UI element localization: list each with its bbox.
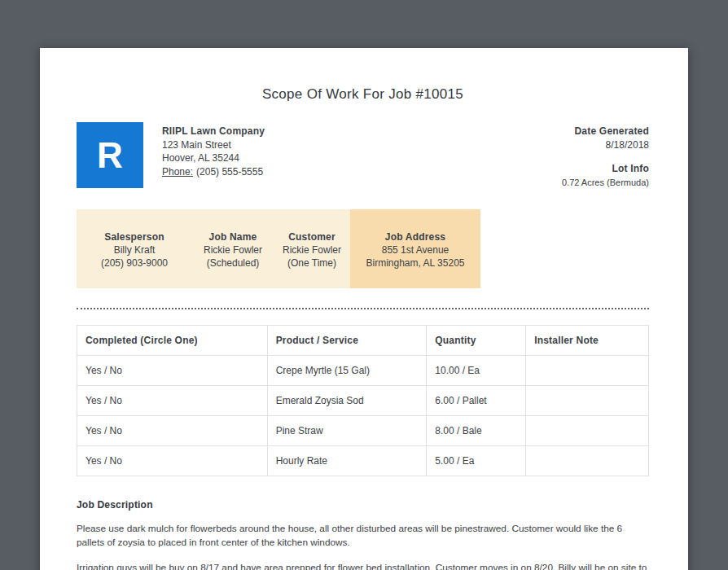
cell-product: Emerald Zoysia Sod xyxy=(267,386,427,416)
header-product-service: Product / Service xyxy=(267,326,427,356)
desktop-background: Scope Of Work For Job #10015 R RIIPL Law… xyxy=(0,0,728,570)
cell-quantity: 10.00 / Ea xyxy=(427,356,526,386)
header-quantity: Quantity xyxy=(427,326,526,356)
job-address-label: Job Address xyxy=(350,230,480,243)
cell-product: Hourly Rate xyxy=(267,446,427,476)
job-description-heading: Job Description xyxy=(77,499,649,511)
company-phone: Phone:(205) 555-5555 xyxy=(162,165,265,179)
table-row: Yes / No Hourly Rate 5.00 / Ea xyxy=(77,446,649,476)
salesperson-label: Salesperson xyxy=(77,230,192,243)
lot-info-label: Lot Info xyxy=(562,162,649,176)
salesperson-phone: (205) 903-9000 xyxy=(77,256,192,270)
lot-info-value: 0.72 Acres (Bermuda) xyxy=(562,176,649,190)
cell-installer-note xyxy=(526,446,649,476)
cell-completed: Yes / No xyxy=(77,446,268,476)
table-row: Yes / No Crepe Myrtle (15 Gal) 10.00 / E… xyxy=(77,356,649,386)
logo-letter: R xyxy=(97,138,123,173)
cell-product: Pine Straw xyxy=(267,416,427,446)
cell-installer-note xyxy=(526,416,649,446)
customer-name: Rickie Fowler xyxy=(274,243,350,256)
job-info-job-name: Job Name Rickie Fowler (Scheduled) xyxy=(192,209,274,288)
header-completed: Completed (Circle One) xyxy=(77,326,268,356)
company-name: RIIPL Lawn Company xyxy=(162,125,265,138)
document-page: Scope Of Work For Job #10015 R RIIPL Law… xyxy=(40,48,688,570)
job-info-customer: Customer Rickie Fowler (One Time) xyxy=(274,209,350,288)
work-items-table: Completed (Circle One) Product / Service… xyxy=(77,325,649,476)
cell-product: Crepe Myrtle (15 Gal) xyxy=(267,356,427,386)
dotted-divider xyxy=(77,308,649,309)
cell-installer-note xyxy=(526,386,649,416)
job-address-city: Birmingham, AL 35205 xyxy=(350,256,480,270)
cell-quantity: 8.00 / Bale xyxy=(427,416,526,446)
cell-completed: Yes / No xyxy=(77,416,268,446)
table-row: Yes / No Pine Straw 8.00 / Bale xyxy=(77,416,649,446)
page-title: Scope Of Work For Job #10015 xyxy=(77,86,649,103)
date-generated-label: Date Generated xyxy=(562,125,649,138)
job-info-band: Salesperson Billy Kraft (205) 903-9000 J… xyxy=(77,209,480,288)
table-header-row: Completed (Circle One) Product / Service… xyxy=(77,326,649,356)
job-info-salesperson: Salesperson Billy Kraft (205) 903-9000 xyxy=(77,209,192,288)
job-description-paragraph: Irrigation guys will be buy on 8/17 and … xyxy=(77,561,649,570)
cell-installer-note xyxy=(526,356,649,386)
cell-completed: Yes / No xyxy=(77,356,268,386)
document-header: R RIIPL Lawn Company 123 Main Street Hoo… xyxy=(77,122,649,189)
salesperson-name: Billy Kraft xyxy=(77,243,192,256)
company-address-line2: Hoover, AL 35244 xyxy=(162,151,265,165)
document-meta: Date Generated 8/18/2018 Lot Info 0.72 A… xyxy=(562,122,649,189)
customer-type: (One Time) xyxy=(274,256,350,270)
customer-label: Customer xyxy=(274,230,350,243)
job-description-paragraph: Please use dark mulch for flowerbeds aro… xyxy=(77,522,649,550)
phone-label: Phone: xyxy=(162,166,193,178)
cell-quantity: 6.00 / Pallet xyxy=(427,386,526,416)
header-installer-note: Installer Note xyxy=(526,326,649,356)
cell-quantity: 5.00 / Ea xyxy=(427,446,526,476)
job-info-job-address: Job Address 855 1st Avenue Birmingham, A… xyxy=(350,209,480,288)
phone-value: (205) 555-5555 xyxy=(196,166,263,178)
job-description-section: Job Description Please use dark mulch fo… xyxy=(77,499,649,570)
job-address-street: 855 1st Avenue xyxy=(350,243,480,256)
cell-completed: Yes / No xyxy=(77,386,268,416)
job-name-value: Rickie Fowler xyxy=(192,243,274,256)
company-logo: R xyxy=(77,122,143,188)
company-info: RIIPL Lawn Company 123 Main Street Hoove… xyxy=(162,122,265,178)
date-generated-value: 8/18/2018 xyxy=(562,138,649,152)
job-name-status: (Scheduled) xyxy=(192,256,274,270)
table-row: Yes / No Emerald Zoysia Sod 6.00 / Palle… xyxy=(77,386,649,416)
company-address-line1: 123 Main Street xyxy=(162,138,265,152)
job-name-label: Job Name xyxy=(192,230,274,243)
